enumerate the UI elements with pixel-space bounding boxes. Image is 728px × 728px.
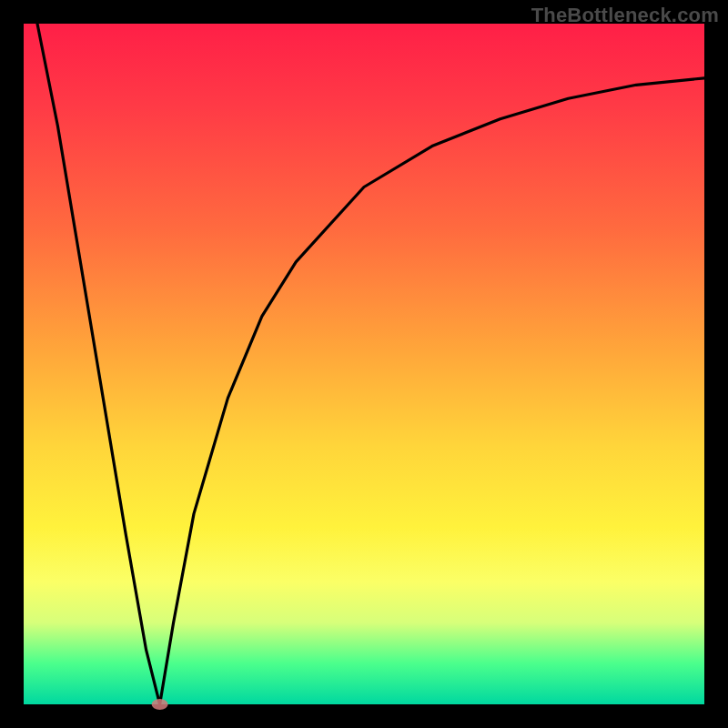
bottleneck-curve <box>37 24 704 704</box>
chart-frame: TheBottleneck.com <box>0 0 728 728</box>
minimum-marker <box>152 699 168 710</box>
plot-area <box>24 24 704 704</box>
curve-svg <box>24 24 704 704</box>
